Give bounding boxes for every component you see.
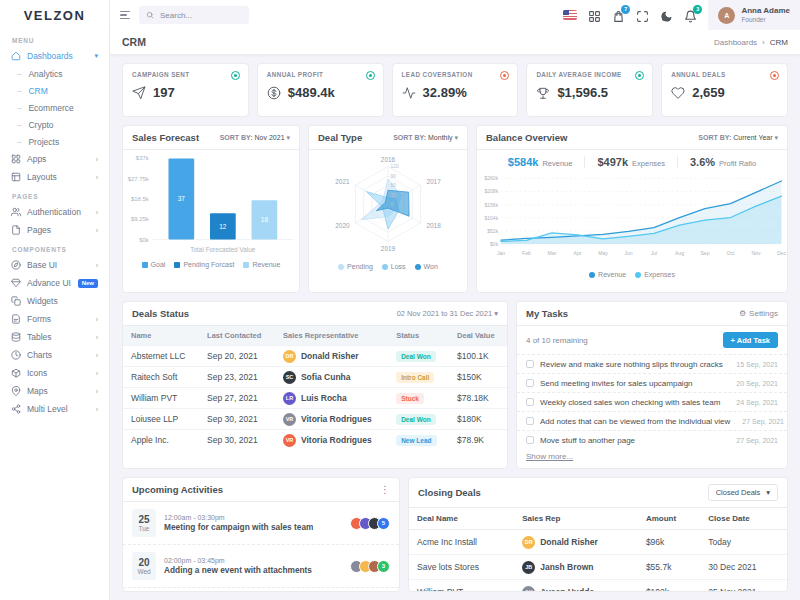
sales-rep-name: Sofia Cunha [301, 372, 351, 382]
search-input[interactable] [158, 10, 238, 21]
sidebar-nav: MENU Dashboards ▾ Analytics CRM Ecommerc… [0, 30, 109, 418]
task-date: 24 Sep, 2021 [730, 399, 778, 406]
apps-grid-button[interactable] [588, 9, 601, 22]
avatar: AH [522, 586, 535, 593]
deal-type-sort[interactable]: SORT BY: Monthly ▾ [393, 134, 458, 142]
sidebar-item-apps[interactable]: Apps› [0, 150, 109, 168]
avatar: A [718, 7, 735, 24]
target-status-icon [231, 71, 240, 80]
task-checkbox[interactable] [526, 379, 534, 387]
sidebar-item-advance-ui[interactable]: Advance UINew [0, 274, 109, 292]
language-flag-icon[interactable] [563, 10, 577, 20]
closing-deal-row: Acme Inc Install DRDonald Risher $96k To… [409, 530, 787, 555]
chevron-right-icon: › [96, 352, 98, 359]
cart-button[interactable]: 7 [612, 9, 625, 22]
users-icon [11, 207, 21, 217]
deal-name: Acme Inc Install [409, 530, 514, 555]
sidebar-item-pages[interactable]: Pages› [0, 221, 109, 239]
add-task-button[interactable]: + Add Task [723, 332, 778, 348]
svg-text:Nov: Nov [751, 250, 760, 256]
user-name: Anna Adame [741, 6, 790, 16]
task-item: Send meeting invites for sales upcampaig… [517, 373, 787, 392]
activity-item: 20Wed 02:00pm - 03:45pmAdding a new even… [123, 544, 399, 587]
dark-mode-button[interactable] [660, 9, 673, 22]
sidebar-item-dashboards[interactable]: Dashboards ▾ [0, 47, 109, 65]
sidebar-item-charts[interactable]: Charts› [0, 346, 109, 364]
target-status-icon [770, 71, 779, 80]
maximize-icon [636, 10, 649, 23]
avatar: LR [283, 392, 296, 405]
sidebar-item-crm[interactable]: CRM [0, 82, 109, 99]
fullscreen-button[interactable] [636, 9, 649, 22]
sidebar-item-base-ui[interactable]: Base UI› [0, 256, 109, 274]
avatar: VR [283, 413, 296, 426]
svg-text:18: 18 [261, 216, 269, 223]
tasks-settings-button[interactable]: ⚙Settings [739, 309, 778, 318]
sidebar-item-label: Dashboards [27, 51, 73, 61]
chevron-right-icon: › [96, 334, 98, 341]
notifications-button[interactable]: 3 [684, 9, 697, 22]
sidebar-item-crypto[interactable]: Crypto [0, 116, 109, 133]
task-text: Weekly closed sales won checking with sa… [540, 398, 720, 407]
sidebar-item-forms[interactable]: Forms› [0, 310, 109, 328]
task-checkbox[interactable] [526, 436, 534, 444]
sales-rep-name: Vitoria Rodrigues [301, 435, 372, 445]
sidebar-item-tables[interactable]: Tables› [0, 328, 109, 346]
sidebar-item-maps[interactable]: Maps› [0, 382, 109, 400]
balance-overview-sort[interactable]: SORT BY: Current Year ▾ [698, 134, 778, 142]
brand-logo[interactable]: VELZON [0, 0, 109, 30]
sidebar-item-projects[interactable]: Projects [0, 133, 109, 150]
task-item: Add notes that can be viewed from the in… [517, 411, 787, 430]
closing-deals-filter[interactable]: Closed Deals▾ [708, 484, 778, 501]
svg-text:$0k: $0k [490, 241, 499, 247]
sidebar-item-authentication[interactable]: Authentication› [0, 203, 109, 221]
show-more-link[interactable]: Show more... [517, 449, 787, 467]
svg-text:$27.75k: $27.75k [128, 176, 149, 182]
sidebar-item-ecommerce[interactable]: Ecommerce [0, 99, 109, 116]
svg-text:$52k: $52k [487, 228, 498, 234]
stat-annual-profit: ANNUAL PROFIT $489.4k [257, 63, 384, 117]
deals-status-row: Raitech Soft Sep 23, 2021 SCSofia Cunha … [123, 367, 507, 388]
svg-text:Jan: Jan [497, 250, 505, 256]
avatar: DR [283, 350, 296, 363]
main-area: 7 3 A Anna Adame Founder [110, 0, 800, 600]
breadcrumb-root[interactable]: Dashboards [714, 38, 757, 47]
stat-annual-deals: ANNUAL DEALS 2,659 [661, 63, 788, 117]
svg-text:$208k: $208k [484, 188, 498, 194]
attendee-count-badge: 3 [377, 560, 390, 573]
file-text-icon [11, 314, 21, 324]
sales-forecast-sort[interactable]: SORT BY: Nov 2021 ▾ [220, 134, 290, 142]
task-checkbox[interactable] [526, 398, 534, 406]
stat-campaign-sent: CAMPAIGN SENT 197 [122, 63, 249, 117]
app-window: VELZON MENU Dashboards ▾ Analytics CRM E… [0, 0, 800, 600]
sidebar-item-analytics[interactable]: Analytics [0, 65, 109, 82]
balance-overview-chart: $0k$52k$104k$156k$208k$260kJanFebMarAprM… [477, 170, 787, 270]
sidebar-item-multi-level[interactable]: Multi Level› [0, 400, 109, 418]
svg-text:2020: 2020 [335, 222, 350, 229]
chevron-right-icon: › [96, 316, 98, 323]
svg-text:$9.25k: $9.25k [131, 216, 149, 222]
chevron-down-icon: ▾ [454, 134, 458, 141]
page-title: CRM [122, 36, 146, 48]
user-menu[interactable]: A Anna Adame Founder [708, 0, 800, 30]
svg-text:2019: 2019 [381, 245, 396, 252]
cart-badge: 7 [621, 5, 630, 14]
sidebar-item-widgets[interactable]: Widgets [0, 292, 109, 310]
more-vertical-icon[interactable]: ⋮ [380, 485, 390, 495]
date-range-selector[interactable]: 02 Nov 2021 to 31 Dec 2021 ▾ [397, 309, 498, 318]
target-status-icon [366, 71, 375, 80]
task-item: Weekly closed sales won checking with sa… [517, 392, 787, 411]
sidebar: VELZON MENU Dashboards ▾ Analytics CRM E… [0, 0, 110, 600]
chevron-right-icon: › [96, 156, 98, 163]
sidebar-item-layouts[interactable]: Layouts› [0, 168, 109, 186]
sales-rep-name: Luis Rocha [301, 393, 347, 403]
status-badge: New Lead [396, 435, 436, 446]
sidebar-item-icons[interactable]: Icons› [0, 364, 109, 382]
map-pin-icon [11, 386, 21, 396]
closing-deal-row: William PVT AHAyaan Hudda $102k 25 Nov 2… [409, 580, 787, 593]
deal-close-date: 25 Nov 2021 [700, 580, 787, 593]
deal-last-contacted: Sep 20, 2021 [199, 346, 275, 367]
task-checkbox[interactable] [526, 417, 534, 425]
task-checkbox[interactable] [526, 360, 534, 368]
menu-toggle-button[interactable] [120, 11, 130, 20]
